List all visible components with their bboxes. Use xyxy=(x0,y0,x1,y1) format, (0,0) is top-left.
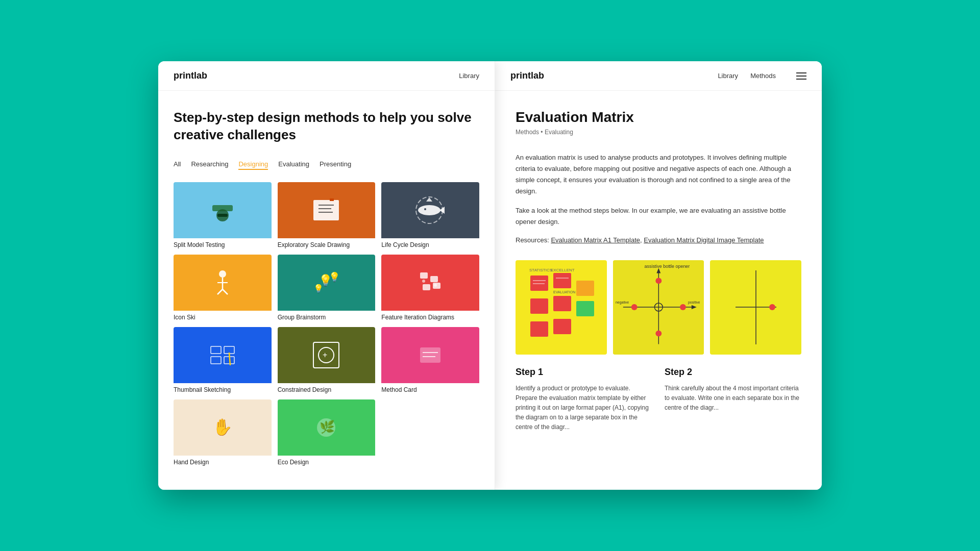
step-content: Step 1 Identify a product or prototype t… xyxy=(516,367,801,433)
card-9[interactable]: Method Card xyxy=(381,327,479,393)
left-logo: printlab xyxy=(174,70,207,81)
filter-tabs: All Researching Designing Evaluating Pre… xyxy=(174,160,479,170)
filter-presenting[interactable]: Presenting xyxy=(320,160,351,170)
svg-text:💡: 💡 xyxy=(313,284,324,293)
hamburger-menu[interactable] xyxy=(796,72,806,80)
step-2-text: Think carefully about the 4 most importa… xyxy=(665,384,801,413)
svg-text:assistive bottle opener: assistive bottle opener xyxy=(644,263,690,268)
step-1-block: Step 1 Identify a product or prototype t… xyxy=(516,367,652,433)
right-panel: printlab Library Methods Evaluation Matr… xyxy=(495,61,822,490)
svg-point-66 xyxy=(655,330,662,336)
card-label-9: Method Card xyxy=(381,386,479,393)
step-2-block: Step 2 Think carefully about the 4 most … xyxy=(665,367,801,433)
svg-point-72 xyxy=(769,304,775,310)
eval-description-1: An evaluation matrix is used to analyse … xyxy=(516,152,801,197)
svg-point-26 xyxy=(434,284,437,287)
filter-designing[interactable]: Designing xyxy=(238,160,268,170)
svg-rect-23 xyxy=(423,284,430,290)
card-brainstorm[interactable]: 💡 💡 💡 Group Brainstorm xyxy=(278,255,376,321)
svg-rect-22 xyxy=(430,276,438,282)
svg-text:+: + xyxy=(323,350,327,359)
svg-rect-7 xyxy=(330,198,334,201)
filter-researching[interactable]: Researching xyxy=(191,160,228,170)
card-11[interactable]: 🌿 Eco Design xyxy=(278,399,376,466)
card-label-lifecycle: Life Cycle Design xyxy=(381,241,479,248)
card-label-split-model: Split Model Testing xyxy=(174,241,272,248)
card-label-brainstorm: Group Brainstorm xyxy=(278,314,376,321)
svg-point-10 xyxy=(424,208,426,210)
card-image-9 xyxy=(381,327,479,383)
filter-all[interactable]: All xyxy=(174,160,181,170)
eval-breadcrumb: Methods • Evaluating xyxy=(516,129,801,136)
svg-point-65 xyxy=(655,278,662,284)
svg-text:✋: ✋ xyxy=(212,417,233,437)
right-nav: printlab Library Methods xyxy=(495,61,822,91)
right-nav-library[interactable]: Library xyxy=(718,72,738,80)
svg-point-13 xyxy=(219,270,226,278)
card-image-icon-ski xyxy=(174,255,272,311)
card-image-11: 🌿 xyxy=(278,399,376,456)
eval-title: Evaluation Matrix xyxy=(516,109,801,126)
svg-rect-29 xyxy=(211,357,221,364)
card-10[interactable]: ✋ Hand Design xyxy=(174,399,272,466)
card-split-model[interactable]: Split Model Testing xyxy=(174,182,272,248)
card-lifecycle[interactable]: Life Cycle Design xyxy=(381,182,479,248)
card-label-10: Hand Design xyxy=(174,459,272,466)
left-nav-library[interactable]: Library xyxy=(459,72,479,80)
svg-marker-12 xyxy=(426,197,432,202)
card-thumbnail[interactable]: Thumbnail Sketching xyxy=(174,327,272,393)
svg-text:negative: negative xyxy=(616,300,629,305)
card-image-10: ✋ xyxy=(174,399,272,456)
resource-link-1[interactable]: Evaluation Matrix A1 Template xyxy=(551,236,640,244)
card-constrained[interactable]: + Constrained Design xyxy=(278,327,376,393)
filter-evaluating[interactable]: Evaluating xyxy=(278,160,309,170)
eval-description-2: Take a look at the method steps below. I… xyxy=(516,205,801,228)
step-image-2: assistive bottle opener negative positiv… xyxy=(613,260,704,355)
svg-rect-28 xyxy=(224,346,234,354)
svg-rect-49 xyxy=(553,319,571,334)
svg-rect-44 xyxy=(530,298,548,314)
svg-text:💡: 💡 xyxy=(329,271,340,283)
svg-point-63 xyxy=(631,304,637,310)
step-2-heading: Step 2 xyxy=(665,367,801,378)
left-panel: printlab Library Step-by-step design met… xyxy=(158,61,495,490)
svg-rect-3 xyxy=(313,200,339,220)
step-1-text: Identify a product or prototype to evalu… xyxy=(516,384,652,433)
card-image-lifecycle xyxy=(381,182,479,238)
resource-link-2[interactable]: Evaluation Matrix Digital Image Template xyxy=(644,236,764,244)
card-image-split-model xyxy=(174,182,272,238)
svg-point-64 xyxy=(680,304,686,310)
browser-window: printlab Library Step-by-step design met… xyxy=(158,61,822,490)
cards-grid: Split Model Testing Exploratory Scale Dr… xyxy=(174,182,479,466)
card-image-constrained: + xyxy=(278,327,376,383)
hamburger-line-2 xyxy=(796,76,806,77)
svg-line-17 xyxy=(223,289,228,294)
left-nav: printlab Library xyxy=(158,61,495,91)
svg-text:EVALUATION: EVALUATION xyxy=(553,290,575,294)
hamburger-line-1 xyxy=(796,72,806,73)
card-exploratory[interactable]: Exploratory Scale Drawing xyxy=(278,182,376,248)
svg-rect-46 xyxy=(576,281,594,296)
right-content: Evaluation Matrix Methods • Evaluating A… xyxy=(495,91,822,490)
svg-text:🌿: 🌿 xyxy=(320,419,335,434)
step-image-1: STATISTICS EXCELLENT EVALUATION xyxy=(516,260,607,355)
svg-rect-27 xyxy=(211,346,221,354)
steps-images: STATISTICS EXCELLENT EVALUATION xyxy=(516,260,801,355)
svg-rect-42 xyxy=(530,276,548,291)
card-image-feature xyxy=(381,255,479,311)
eval-resources: Resources: Evaluation Matrix A1 Template… xyxy=(516,236,801,244)
right-logo: printlab xyxy=(510,70,544,81)
svg-text:positive: positive xyxy=(688,300,700,305)
card-label-thumbnail: Thumbnail Sketching xyxy=(174,386,272,393)
page-title: Step-by-step design methods to help you … xyxy=(174,109,479,144)
svg-rect-43 xyxy=(553,273,571,288)
svg-line-16 xyxy=(217,289,223,294)
svg-rect-48 xyxy=(530,321,548,337)
left-content: Step-by-step design methods to help you … xyxy=(158,91,495,476)
card-label-11: Eco Design xyxy=(278,459,376,466)
card-feature-iteration[interactable]: Feature Iteration Diagrams xyxy=(381,255,479,321)
card-icon-ski[interactable]: Icon Ski xyxy=(174,255,272,321)
svg-rect-21 xyxy=(420,272,428,279)
svg-rect-35 xyxy=(420,347,440,363)
right-nav-methods[interactable]: Methods xyxy=(750,72,776,80)
